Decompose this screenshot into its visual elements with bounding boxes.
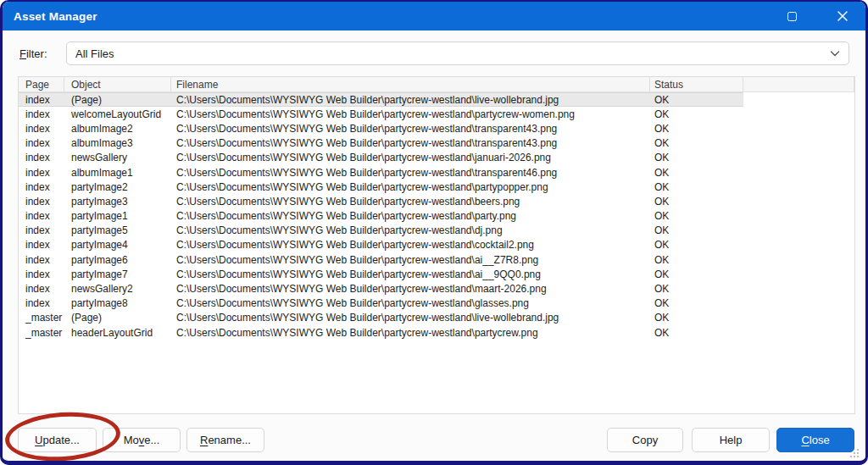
cell-filename: C:\Users\Documents\WYSIWYG Web Builder\p…	[171, 296, 650, 311]
cell-page: index	[19, 224, 64, 238]
help-button[interactable]: Help	[692, 428, 770, 452]
cell-status: OK	[650, 267, 743, 281]
cell-filename: C:\Users\Documents\WYSIWYG Web Builder\p…	[171, 180, 650, 194]
cell-status: OK	[650, 238, 743, 252]
filter-combobox[interactable]: All Files	[66, 42, 849, 65]
cell-filename: C:\Users\Documents\WYSIWYG Web Builder\p…	[171, 267, 650, 281]
table-row[interactable]: index partyImage3 C:\Users\Documents\WYS…	[19, 194, 854, 208]
cell-status: OK	[650, 325, 743, 340]
filter-label: Filter:	[19, 47, 47, 60]
cell-object: headerLayoutGrid	[64, 325, 171, 340]
cell-object: newsGallery	[64, 151, 171, 165]
table-body: index (Page) C:\Users\Documents\WYSIWYG …	[19, 92, 854, 340]
cell-status: OK	[650, 296, 743, 311]
close-button[interactable]	[828, 3, 857, 29]
cell-filename: C:\Users\Documents\WYSIWYG Web Builder\p…	[171, 136, 650, 151]
cell-status: OK	[650, 224, 743, 238]
table-row[interactable]: index partyImage1 C:\Users\Documents\WYS…	[19, 209, 854, 224]
table-row[interactable]: index partyImage8 C:\Users\Documents\WYS…	[19, 296, 854, 311]
table-row[interactable]: index partyImage2 C:\Users\Documents\WYS…	[19, 180, 854, 194]
table-row[interactable]: index newsGallery C:\Users\Documents\WYS…	[19, 151, 854, 165]
cell-filename: C:\Users\Documents\WYSIWYG Web Builder\p…	[171, 121, 650, 136]
cell-filename: C:\Users\Documents\WYSIWYG Web Builder\p…	[171, 209, 650, 224]
cell-status: OK	[650, 165, 743, 180]
cell-object: partyImage8	[64, 296, 171, 311]
table-row[interactable]: index partyImage5 C:\Users\Documents\WYS…	[19, 224, 854, 238]
column-header-filename[interactable]: Filename	[171, 77, 650, 91]
cell-page: index	[19, 180, 64, 194]
cell-page: index	[19, 151, 64, 165]
cell-filename: C:\Users\Documents\WYSIWYG Web Builder\p…	[171, 107, 650, 121]
cell-object: welcomeLayoutGrid	[64, 107, 171, 121]
cell-object: (Page)	[64, 92, 171, 107]
cell-object: partyImage6	[64, 252, 171, 267]
close-icon	[837, 10, 849, 22]
column-header-page[interactable]: Page	[19, 77, 64, 91]
cell-page: index	[19, 238, 64, 252]
chevron-down-icon	[830, 50, 840, 58]
table-row[interactable]: _master (Page) C:\Users\Documents\WYSIWY…	[19, 311, 854, 325]
cell-object: partyImage5	[64, 224, 171, 238]
table-row[interactable]: index albumImage1 C:\Users\Documents\WYS…	[19, 165, 854, 180]
table-row[interactable]: index partyImage7 C:\Users\Documents\WYS…	[19, 267, 854, 281]
cell-filename: C:\Users\Documents\WYSIWYG Web Builder\p…	[171, 224, 650, 238]
cell-status: OK	[650, 281, 743, 296]
cell-page: index	[19, 267, 64, 281]
cell-page: index	[19, 92, 64, 107]
titlebar: Asset Manager	[3, 2, 865, 30]
cell-filename: C:\Users\Documents\WYSIWYG Web Builder\p…	[171, 165, 650, 180]
cell-status: OK	[650, 311, 743, 325]
resize-grip-icon[interactable]	[848, 446, 860, 458]
cell-filename: C:\Users\Documents\WYSIWYG Web Builder\p…	[171, 92, 650, 107]
cell-page: index	[19, 165, 64, 180]
cell-page: index	[19, 209, 64, 224]
cell-status: OK	[650, 121, 743, 136]
copy-button[interactable]: Copy	[607, 428, 683, 452]
cell-page: index	[19, 252, 64, 267]
table-row[interactable]: index welcomeLayoutGrid C:\Users\Documen…	[19, 107, 854, 121]
asset-manager-dialog: Asset Manager Filter: All Files Page Obj…	[0, 0, 868, 465]
window-title: Asset Manager	[14, 10, 97, 23]
cell-filename: C:\Users\Documents\WYSIWYG Web Builder\p…	[171, 325, 650, 340]
cell-filename: C:\Users\Documents\WYSIWYG Web Builder\p…	[171, 238, 650, 252]
column-header-filler	[743, 77, 854, 91]
cell-page: index	[19, 194, 64, 208]
maximize-icon	[787, 12, 797, 21]
filter-selected-value: All Files	[75, 47, 830, 60]
column-header-status[interactable]: Status	[650, 77, 743, 91]
list-header: Page Object Filename Status	[19, 77, 854, 92]
cell-page: _master	[19, 325, 64, 340]
cell-status: OK	[650, 180, 743, 194]
cell-status: OK	[650, 92, 743, 107]
cell-filename: C:\Users\Documents\WYSIWYG Web Builder\p…	[171, 311, 650, 325]
table-row[interactable]: index partyImage4 C:\Users\Documents\WYS…	[19, 238, 854, 252]
cell-status: OK	[650, 252, 743, 267]
table-row[interactable]: index partyImage6 C:\Users\Documents\WYS…	[19, 252, 854, 267]
cell-page: index	[19, 281, 64, 296]
table-row[interactable]: index (Page) C:\Users\Documents\WYSIWYG …	[19, 92, 854, 107]
cell-object: partyImage3	[64, 194, 171, 208]
move-button[interactable]: Move...	[103, 428, 181, 452]
cell-object: partyImage7	[64, 267, 171, 281]
cell-filename: C:\Users\Documents\WYSIWYG Web Builder\p…	[171, 194, 650, 208]
table-row[interactable]: index newsGallery2 C:\Users\Documents\WY…	[19, 281, 854, 296]
cell-object: albumImage1	[64, 165, 171, 180]
table-row[interactable]: _master headerLayoutGrid C:\Users\Docume…	[19, 325, 854, 340]
table-row[interactable]: index albumImage2 C:\Users\Documents\WYS…	[19, 121, 854, 136]
cell-filename: C:\Users\Documents\WYSIWYG Web Builder\p…	[171, 281, 650, 296]
cell-object: partyImage2	[64, 180, 171, 194]
cell-page: index	[19, 107, 64, 121]
maximize-button[interactable]	[777, 3, 806, 29]
cell-status: OK	[650, 209, 743, 224]
close-dialog-button[interactable]: Close	[776, 428, 854, 452]
cell-status: OK	[650, 194, 743, 208]
cell-object: albumImage2	[64, 121, 171, 136]
cell-filename: C:\Users\Documents\WYSIWYG Web Builder\p…	[171, 151, 650, 165]
update-button[interactable]: Update...	[18, 428, 97, 452]
cell-status: OK	[650, 151, 743, 165]
cell-page: index	[19, 296, 64, 311]
table-row[interactable]: index albumImage3 C:\Users\Documents\WYS…	[19, 136, 854, 151]
rename-button[interactable]: Rename...	[186, 428, 264, 452]
cell-object: newsGallery2	[64, 281, 171, 296]
column-header-object[interactable]: Object	[64, 77, 171, 91]
